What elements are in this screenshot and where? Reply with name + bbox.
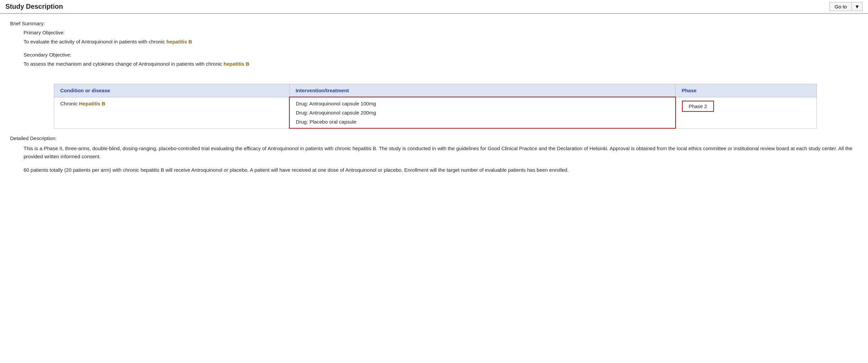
main-content: Brief Summary: Primary Objective: To eva… xyxy=(0,14,868,186)
drug-item-1: Drug: Antroquinonol capsule 100mg xyxy=(296,101,669,106)
brief-summary-label: Brief Summary: xyxy=(10,21,858,26)
page-title: Study Description xyxy=(5,3,63,10)
detailed-description-label: Detailed Description: xyxy=(10,135,858,141)
primary-objective-label: Primary Objective: xyxy=(24,30,858,35)
brief-summary-body: Primary Objective: To evaluate the activ… xyxy=(10,30,858,68)
condition-highlight: Hepatitis B xyxy=(79,101,105,106)
drug-item-2: Drug: Antroquinonol capsule 200mg xyxy=(296,110,669,115)
detailed-paragraph-1: This is a Phase II, three-arms, double-b… xyxy=(10,144,858,161)
goto-dropdown-button[interactable]: ▼ xyxy=(852,2,863,11)
primary-objective-highlight: hepatitis B xyxy=(166,39,192,45)
condition-cell: Chronic Hepatitis B xyxy=(54,97,290,128)
secondary-objective-text: To assess the mechanism and cytokines ch… xyxy=(24,60,858,68)
drug-item-3: Drug: Placebo oral capsule xyxy=(296,119,669,124)
page-header: Study Description Go to ▼ xyxy=(0,0,868,14)
col-header-condition: Condition or disease xyxy=(54,84,290,97)
table-row: Chronic Hepatitis B Drug: Antroquinonol … xyxy=(54,97,817,128)
secondary-objective-pre: To assess the mechanism and cytokines ch… xyxy=(24,61,224,67)
detailed-paragraph-2: 60 patients totally (20 patients per arm… xyxy=(10,166,858,174)
goto-button[interactable]: Go to xyxy=(829,2,852,11)
phase-cell: Phase 2 xyxy=(676,97,817,128)
primary-objective-pre: To evaluate the activity of Antroquinono… xyxy=(24,39,166,45)
study-table: Condition or disease Intervention/treatm… xyxy=(54,84,817,129)
primary-objective-text: To evaluate the activity of Antroquinono… xyxy=(24,38,858,46)
secondary-objective-label: Secondary Objective: xyxy=(24,52,858,58)
table-header-row: Condition or disease Intervention/treatm… xyxy=(54,84,817,97)
condition-pre: Chronic xyxy=(60,101,79,106)
col-header-intervention: Intervention/treatment xyxy=(289,84,675,97)
intervention-cell: Drug: Antroquinonol capsule 100mg Drug: … xyxy=(289,97,675,128)
goto-area: Go to ▼ xyxy=(829,2,863,11)
col-header-phase: Phase xyxy=(676,84,817,97)
secondary-objective-highlight: hepatitis B xyxy=(224,61,250,67)
detailed-description-section: Detailed Description: This is a Phase II… xyxy=(10,135,858,174)
phase-badge: Phase 2 xyxy=(682,101,714,112)
